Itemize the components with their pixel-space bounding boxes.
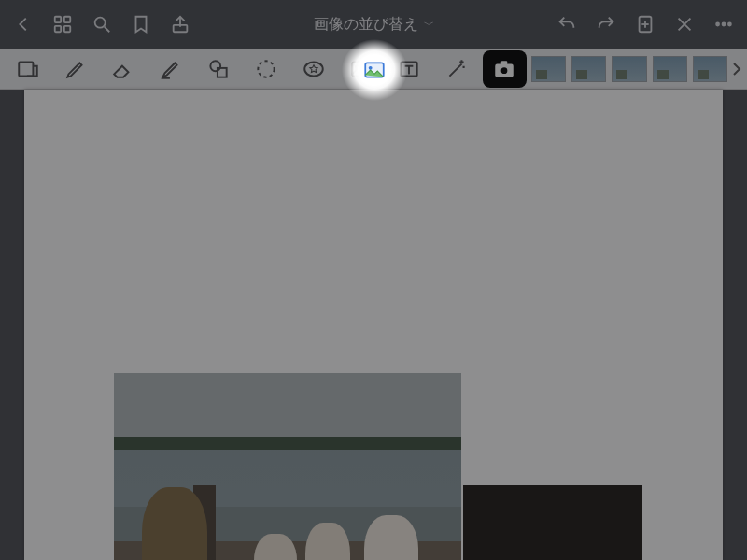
recent-image-thumb-1[interactable] [531,56,566,82]
highlighter-icon [159,57,183,81]
svg-point-14 [728,23,731,26]
canvas-area[interactable] [0,90,747,560]
chevron-right-small-icon [732,60,741,78]
share-icon [170,14,190,35]
recent-image-thumb-2[interactable] [571,56,606,82]
placed-image-2[interactable] [463,485,642,560]
favorite-tool[interactable] [291,50,335,88]
undo-icon [557,14,577,35]
bookmark-button[interactable] [123,7,159,42]
svg-point-19 [258,61,274,77]
svg-point-13 [723,23,726,26]
back-button[interactable] [6,7,41,42]
svg-rect-26 [501,61,508,64]
recent-image-thumb-4[interactable] [653,56,687,82]
pen-tool[interactable] [53,50,97,88]
redo-icon [596,14,616,35]
text-tool[interactable] [388,50,431,88]
eraser-tool[interactable] [101,50,145,88]
image-thumbs-overflow[interactable] [730,56,743,82]
tool-bar [0,49,747,90]
svg-rect-3 [64,26,70,32]
zoom-region-icon [16,57,40,81]
magic-wand-icon [444,57,469,81]
lasso-icon [254,57,278,81]
zoom-region-tool[interactable] [6,50,49,88]
page-title: 画像の並び替え [314,15,418,35]
document-page[interactable] [24,90,723,560]
redo-button[interactable] [588,7,624,42]
camera-icon [492,57,516,81]
pen-icon [63,57,88,81]
add-page-button[interactable] [627,7,663,42]
star-circle-icon [302,57,326,81]
eraser-icon [111,57,135,81]
svg-rect-15 [19,62,33,76]
undo-button[interactable] [549,7,585,42]
highlighter-tool[interactable] [148,50,192,88]
share-button[interactable] [162,7,198,42]
svg-line-5 [105,27,110,33]
chevron-left-icon [13,14,34,35]
recent-image-thumb-5[interactable] [693,56,727,82]
title-dropdown[interactable]: 画像の並び替え ﹀ [198,15,549,35]
svg-point-4 [95,18,106,28]
add-page-icon [635,14,655,35]
shapes-icon [206,57,231,81]
search-button[interactable] [84,7,120,42]
svg-rect-2 [55,26,61,32]
bookmark-icon [131,14,151,35]
more-button[interactable] [706,7,741,42]
chevron-down-icon: ﹀ [424,18,434,32]
svg-point-12 [716,23,719,26]
search-icon [92,14,112,35]
image-icon [349,57,374,81]
close-icon [674,14,695,35]
text-icon [397,57,421,81]
image-tool[interactable] [339,50,383,88]
svg-rect-0 [55,17,61,22]
magic-tool[interactable] [435,50,479,88]
shapes-tool[interactable] [196,50,240,88]
camera-tool[interactable] [483,50,527,88]
title-bar: 画像の並び替え ﹀ [0,0,747,49]
svg-point-25 [500,66,509,75]
svg-point-17 [210,61,220,71]
more-icon [713,14,734,35]
close-button[interactable] [667,7,702,42]
svg-rect-1 [64,17,70,22]
grid-icon [52,14,73,35]
placed-image-1[interactable] [114,373,461,560]
recent-image-thumb-3[interactable] [612,56,646,82]
lasso-tool[interactable] [244,50,288,88]
grid-view-button[interactable] [45,7,80,42]
